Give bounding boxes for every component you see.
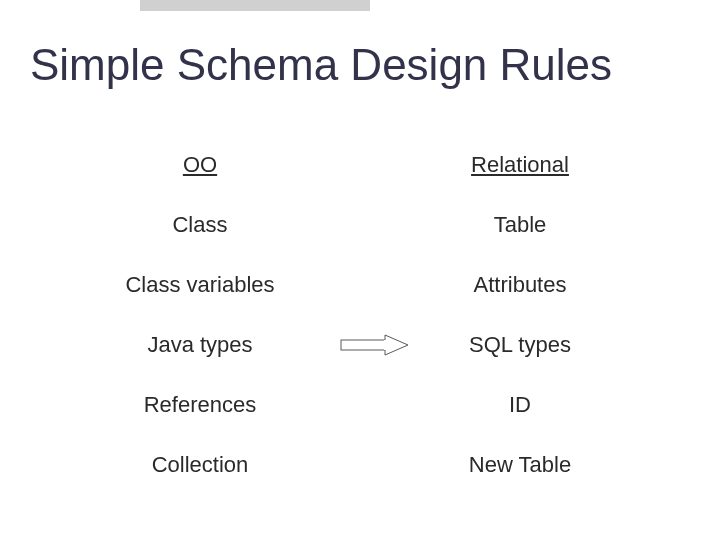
page-title: Simple Schema Design Rules — [30, 40, 612, 90]
cell-oo: Class variables — [40, 272, 360, 298]
decorative-top-bar — [140, 0, 370, 11]
cell-oo: Java types — [40, 332, 360, 358]
table-row: Class Table — [40, 195, 680, 255]
cell-relational: Attributes — [360, 272, 680, 298]
table-header-row: OO Relational — [40, 135, 680, 195]
cell-relational: Table — [360, 212, 680, 238]
svg-rect-0 — [341, 340, 385, 350]
svg-marker-1 — [385, 335, 408, 355]
column-header-oo: OO — [40, 152, 360, 178]
cell-relational: New Table — [360, 452, 680, 478]
table-row: Collection New Table — [40, 435, 680, 495]
arrow-icon — [340, 333, 410, 357]
column-header-relational: Relational — [360, 152, 680, 178]
cell-oo: Class — [40, 212, 360, 238]
table-row: Class variables Attributes — [40, 255, 680, 315]
mapping-table: OO Relational Class Table Class variable… — [40, 135, 680, 495]
cell-relational: ID — [360, 392, 680, 418]
cell-oo: References — [40, 392, 360, 418]
svg-rect-2 — [384, 340, 387, 350]
table-row: References ID — [40, 375, 680, 435]
table-row: Java types SQL types — [40, 315, 680, 375]
cell-oo: Collection — [40, 452, 360, 478]
